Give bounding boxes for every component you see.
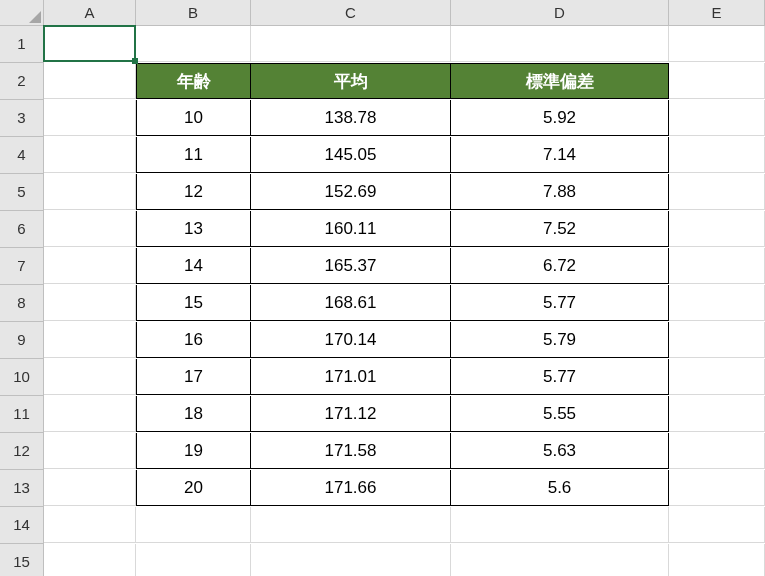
cell-C2[interactable]: 平均 [251, 63, 451, 99]
col-header-E[interactable]: E [669, 0, 765, 26]
cell-E13[interactable] [669, 470, 765, 506]
cell-D12[interactable]: 5.63 [451, 433, 669, 469]
cell-C15[interactable] [251, 544, 451, 576]
cell-A2[interactable] [44, 63, 136, 99]
cell-E7[interactable] [669, 248, 765, 284]
cell-C4[interactable]: 145.05 [251, 137, 451, 173]
cell-A4[interactable] [44, 137, 136, 173]
row-header-7[interactable]: 7 [0, 248, 44, 285]
cell-C14[interactable] [251, 507, 451, 543]
cell-A12[interactable] [44, 433, 136, 469]
cell-E4[interactable] [669, 137, 765, 173]
cell-B8[interactable]: 15 [136, 285, 251, 321]
cell-D4[interactable]: 7.14 [451, 137, 669, 173]
cell-E3[interactable] [669, 100, 765, 136]
col-header-C[interactable]: C [251, 0, 451, 26]
row-header-9[interactable]: 9 [0, 322, 44, 359]
cell-E10[interactable] [669, 359, 765, 395]
row-header-3[interactable]: 3 [0, 100, 44, 137]
cell-E14[interactable] [669, 507, 765, 543]
cell-C8[interactable]: 168.61 [251, 285, 451, 321]
cell-E15[interactable] [669, 544, 765, 576]
row-header-12[interactable]: 12 [0, 433, 44, 470]
cell-C12[interactable]: 171.58 [251, 433, 451, 469]
row-header-1[interactable]: 1 [0, 26, 44, 63]
cell-C1[interactable] [251, 26, 451, 62]
cell-D7[interactable]: 6.72 [451, 248, 669, 284]
row-header-4[interactable]: 4 [0, 137, 44, 174]
cell-D2[interactable]: 標準偏差 [451, 63, 669, 99]
cell-A6[interactable] [44, 211, 136, 247]
cell-B4[interactable]: 11 [136, 137, 251, 173]
cell-E1[interactable] [669, 26, 765, 62]
cell-A8[interactable] [44, 285, 136, 321]
row-header-8[interactable]: 8 [0, 285, 44, 322]
cell-B11[interactable]: 18 [136, 396, 251, 432]
cell-D14[interactable] [451, 507, 669, 543]
cell-A10[interactable] [44, 359, 136, 395]
cell-D8[interactable]: 5.77 [451, 285, 669, 321]
cell-B3[interactable]: 10 [136, 100, 251, 136]
cell-A11[interactable] [44, 396, 136, 432]
cell-B5[interactable]: 12 [136, 174, 251, 210]
cell-D11[interactable]: 5.55 [451, 396, 669, 432]
cell-B15[interactable] [136, 544, 251, 576]
cell-A3[interactable] [44, 100, 136, 136]
row-header-13[interactable]: 13 [0, 470, 44, 507]
row-header-15[interactable]: 15 [0, 544, 44, 576]
cell-D6[interactable]: 7.52 [451, 211, 669, 247]
cell-A9[interactable] [44, 322, 136, 358]
cell-E12[interactable] [669, 433, 765, 469]
spreadsheet-grid[interactable]: A B C D E 1 2 年齢 平均 標準偏差 3 10 138.78 5.9… [0, 0, 765, 576]
cell-C13[interactable]: 171.66 [251, 470, 451, 506]
cell-C9[interactable]: 170.14 [251, 322, 451, 358]
cell-D5[interactable]: 7.88 [451, 174, 669, 210]
cell-A7[interactable] [44, 248, 136, 284]
cell-B2[interactable]: 年齢 [136, 63, 251, 99]
cell-A5[interactable] [44, 174, 136, 210]
cell-E11[interactable] [669, 396, 765, 432]
cell-C10[interactable]: 171.01 [251, 359, 451, 395]
cell-B6[interactable]: 13 [136, 211, 251, 247]
cell-E8[interactable] [669, 285, 765, 321]
select-all-corner[interactable] [0, 0, 44, 26]
cell-D1[interactable] [451, 26, 669, 62]
cell-B1[interactable] [136, 26, 251, 62]
cell-B12[interactable]: 19 [136, 433, 251, 469]
row-header-6[interactable]: 6 [0, 211, 44, 248]
cell-B13[interactable]: 20 [136, 470, 251, 506]
cell-C3[interactable]: 138.78 [251, 100, 451, 136]
cell-B9[interactable]: 16 [136, 322, 251, 358]
cell-C7[interactable]: 165.37 [251, 248, 451, 284]
cell-D3[interactable]: 5.92 [451, 100, 669, 136]
cell-A15[interactable] [44, 544, 136, 576]
cell-D9[interactable]: 5.79 [451, 322, 669, 358]
cell-B7[interactable]: 14 [136, 248, 251, 284]
cell-C5[interactable]: 152.69 [251, 174, 451, 210]
col-header-D[interactable]: D [451, 0, 669, 26]
row-header-11[interactable]: 11 [0, 396, 44, 433]
cell-A1[interactable] [44, 26, 136, 62]
cell-C11[interactable]: 171.12 [251, 396, 451, 432]
cell-E5[interactable] [669, 174, 765, 210]
row-header-2[interactable]: 2 [0, 63, 44, 100]
cell-A14[interactable] [44, 507, 136, 543]
cell-D15[interactable] [451, 544, 669, 576]
cell-E9[interactable] [669, 322, 765, 358]
cell-C6[interactable]: 160.11 [251, 211, 451, 247]
row-header-10[interactable]: 10 [0, 359, 44, 396]
row-header-5[interactable]: 5 [0, 174, 44, 211]
cell-D10[interactable]: 5.77 [451, 359, 669, 395]
cell-D13[interactable]: 5.6 [451, 470, 669, 506]
cell-B10[interactable]: 17 [136, 359, 251, 395]
cell-E6[interactable] [669, 211, 765, 247]
row-header-14[interactable]: 14 [0, 507, 44, 544]
cell-E2[interactable] [669, 63, 765, 99]
cell-A13[interactable] [44, 470, 136, 506]
col-header-A[interactable]: A [44, 0, 136, 26]
col-header-B[interactable]: B [136, 0, 251, 26]
cell-B14[interactable] [136, 507, 251, 543]
